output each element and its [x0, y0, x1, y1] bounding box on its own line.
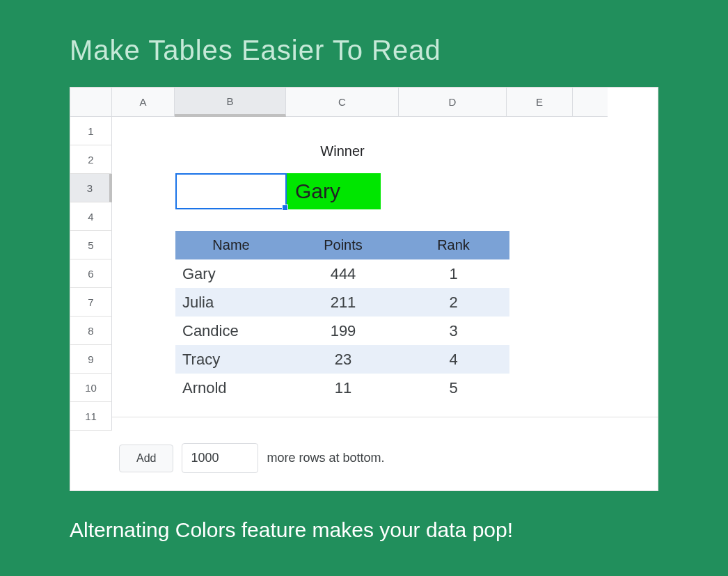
winner-value-cell[interactable]: Gary — [287, 173, 381, 209]
active-cell[interactable] — [175, 173, 287, 209]
row-header-1[interactable]: 1 — [70, 117, 112, 145]
add-rows-bar: Add more rows at bottom. — [70, 431, 658, 473]
page-subtitle: Alternating Colors feature makes your da… — [70, 512, 658, 547]
add-rows-suffix: more rows at bottom. — [267, 451, 384, 465]
col-header-A[interactable]: A — [112, 88, 175, 117]
spreadsheet-container: 1 2 3 4 5 6 7 8 9 10 11 A B C D E — [70, 87, 658, 491]
grid-body[interactable]: Winner Gary Name Points Rank Gary — [112, 117, 658, 431]
row-header-8[interactable]: 8 — [70, 317, 112, 345]
row-header-4[interactable]: 4 — [70, 202, 112, 231]
row-header-11[interactable]: 11 — [70, 402, 112, 431]
add-rows-button[interactable]: Add — [119, 445, 173, 472]
row-header-9[interactable]: 9 — [70, 345, 112, 374]
row-header-10[interactable]: 10 — [70, 374, 112, 402]
col-header-E[interactable]: E — [507, 88, 573, 117]
header-rank[interactable]: Rank — [399, 237, 507, 253]
row-header-2[interactable]: 2 — [70, 145, 112, 174]
column-headers: A B C D E — [112, 88, 658, 117]
col-header-C[interactable]: C — [286, 88, 399, 117]
header-points[interactable]: Points — [287, 237, 399, 253]
row-header-5[interactable]: 5 — [70, 231, 112, 259]
col-header-B[interactable]: B — [175, 88, 286, 117]
row-header-3[interactable]: 3 — [70, 174, 112, 202]
row-header-gutter: 1 2 3 4 5 6 7 8 9 10 11 — [70, 88, 112, 431]
col-header-blank — [573, 88, 608, 117]
grid-area: A B C D E Winner Gary — [112, 88, 658, 431]
select-all-corner[interactable] — [70, 88, 112, 117]
add-rows-count-input[interactable] — [182, 443, 258, 473]
table-header-row[interactable]: Name Points Rank — [175, 231, 509, 259]
col-header-D[interactable]: D — [399, 88, 507, 117]
header-name[interactable]: Name — [175, 237, 287, 253]
row-header-7[interactable]: 7 — [70, 288, 112, 317]
row-header-6[interactable]: 6 — [70, 259, 112, 288]
page-title: Make Tables Easier To Read — [70, 35, 658, 66]
winner-label-cell[interactable]: Winner — [287, 143, 398, 159]
